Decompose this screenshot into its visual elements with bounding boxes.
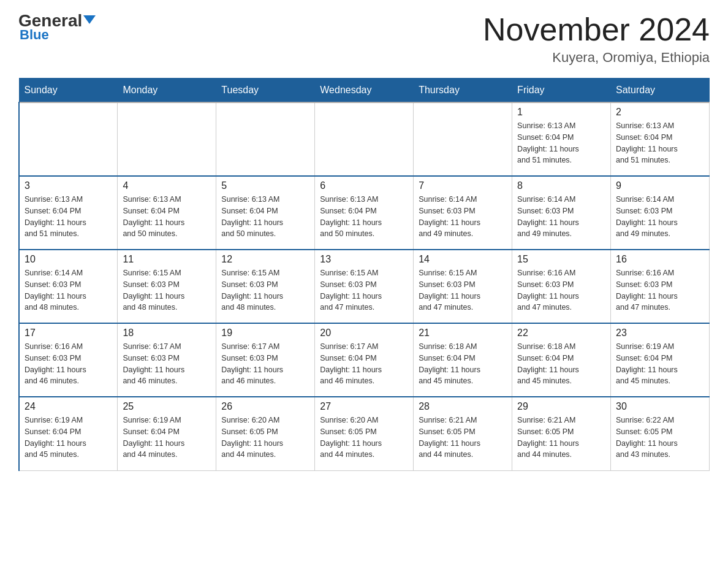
calendar-cell	[315, 102, 414, 176]
day-info: Sunrise: 6:17 AM Sunset: 6:03 PM Dayligh…	[123, 341, 211, 387]
logo-blue: Blue	[20, 27, 49, 43]
day-info: Sunrise: 6:14 AM Sunset: 6:03 PM Dayligh…	[517, 194, 605, 240]
calendar-week-row: 17Sunrise: 6:16 AM Sunset: 6:03 PM Dayli…	[19, 323, 710, 397]
calendar-cell: 10Sunrise: 6:14 AM Sunset: 6:03 PM Dayli…	[19, 250, 118, 323]
calendar-cell	[19, 102, 118, 176]
weekday-header-saturday: Saturday	[611, 79, 710, 103]
day-info: Sunrise: 6:16 AM Sunset: 6:03 PM Dayligh…	[616, 267, 704, 313]
calendar-week-row: 10Sunrise: 6:14 AM Sunset: 6:03 PM Dayli…	[19, 250, 710, 323]
weekday-header-thursday: Thursday	[414, 79, 512, 103]
calendar-cell	[216, 102, 315, 176]
logo-triangle-icon	[83, 15, 96, 24]
day-number: 28	[419, 401, 507, 412]
day-number: 18	[123, 327, 211, 339]
calendar-cell: 25Sunrise: 6:19 AM Sunset: 6:04 PM Dayli…	[118, 397, 216, 470]
location-title: Kuyera, Oromiya, Ethiopia	[483, 50, 710, 66]
calendar-cell: 28Sunrise: 6:21 AM Sunset: 6:05 PM Dayli…	[414, 397, 512, 470]
day-number: 16	[616, 254, 704, 265]
day-info: Sunrise: 6:17 AM Sunset: 6:03 PM Dayligh…	[221, 341, 309, 387]
calendar-cell: 17Sunrise: 6:16 AM Sunset: 6:03 PM Dayli…	[19, 323, 118, 397]
calendar-cell: 3Sunrise: 6:13 AM Sunset: 6:04 PM Daylig…	[19, 176, 118, 250]
calendar-header: SundayMondayTuesdayWednesdayThursdayFrid…	[19, 79, 710, 103]
calendar-cell: 1Sunrise: 6:13 AM Sunset: 6:04 PM Daylig…	[512, 102, 611, 176]
day-number: 14	[419, 254, 507, 265]
calendar-cell: 11Sunrise: 6:15 AM Sunset: 6:03 PM Dayli…	[118, 250, 216, 323]
day-info: Sunrise: 6:15 AM Sunset: 6:03 PM Dayligh…	[320, 267, 408, 313]
day-info: Sunrise: 6:14 AM Sunset: 6:03 PM Dayligh…	[25, 267, 112, 313]
day-number: 26	[221, 401, 309, 412]
day-number: 29	[517, 401, 605, 412]
title-block: November 2024 Kuyera, Oromiya, Ethiopia	[483, 12, 710, 66]
day-number: 2	[616, 107, 704, 118]
weekday-header-monday: Monday	[118, 79, 216, 103]
weekday-header-sunday: Sunday	[19, 79, 118, 103]
calendar-cell: 30Sunrise: 6:22 AM Sunset: 6:05 PM Dayli…	[611, 397, 710, 470]
calendar-week-row: 1Sunrise: 6:13 AM Sunset: 6:04 PM Daylig…	[19, 102, 710, 176]
calendar-table: SundayMondayTuesdayWednesdayThursdayFrid…	[18, 78, 710, 471]
day-info: Sunrise: 6:15 AM Sunset: 6:03 PM Dayligh…	[123, 267, 211, 313]
day-info: Sunrise: 6:16 AM Sunset: 6:03 PM Dayligh…	[25, 341, 112, 387]
day-info: Sunrise: 6:16 AM Sunset: 6:03 PM Dayligh…	[517, 267, 605, 313]
day-number: 24	[25, 401, 112, 412]
calendar-cell: 20Sunrise: 6:17 AM Sunset: 6:04 PM Dayli…	[315, 323, 414, 397]
day-number: 9	[616, 180, 704, 191]
calendar-cell: 15Sunrise: 6:16 AM Sunset: 6:03 PM Dayli…	[512, 250, 611, 323]
calendar-cell: 23Sunrise: 6:19 AM Sunset: 6:04 PM Dayli…	[611, 323, 710, 397]
day-number: 15	[517, 254, 605, 265]
calendar-cell: 12Sunrise: 6:15 AM Sunset: 6:03 PM Dayli…	[216, 250, 315, 323]
day-number: 13	[320, 254, 408, 265]
day-number: 20	[320, 327, 408, 339]
day-info: Sunrise: 6:13 AM Sunset: 6:04 PM Dayligh…	[616, 120, 704, 166]
day-info: Sunrise: 6:18 AM Sunset: 6:04 PM Dayligh…	[517, 341, 605, 387]
day-number: 7	[419, 180, 507, 191]
calendar-cell: 26Sunrise: 6:20 AM Sunset: 6:05 PM Dayli…	[216, 397, 315, 470]
day-number: 5	[221, 180, 309, 191]
day-info: Sunrise: 6:17 AM Sunset: 6:04 PM Dayligh…	[320, 341, 408, 387]
day-info: Sunrise: 6:19 AM Sunset: 6:04 PM Dayligh…	[123, 415, 211, 461]
day-number: 23	[616, 327, 704, 339]
day-info: Sunrise: 6:21 AM Sunset: 6:05 PM Dayligh…	[517, 415, 605, 461]
weekday-header-tuesday: Tuesday	[216, 79, 315, 103]
month-title: November 2024	[483, 12, 710, 47]
calendar-cell: 29Sunrise: 6:21 AM Sunset: 6:05 PM Dayli…	[512, 397, 611, 470]
day-info: Sunrise: 6:14 AM Sunset: 6:03 PM Dayligh…	[419, 194, 507, 240]
calendar-cell: 7Sunrise: 6:14 AM Sunset: 6:03 PM Daylig…	[414, 176, 512, 250]
day-number: 3	[25, 180, 112, 191]
calendar-cell	[118, 102, 216, 176]
day-info: Sunrise: 6:22 AM Sunset: 6:05 PM Dayligh…	[616, 415, 704, 461]
calendar-cell: 21Sunrise: 6:18 AM Sunset: 6:04 PM Dayli…	[414, 323, 512, 397]
calendar-body: 1Sunrise: 6:13 AM Sunset: 6:04 PM Daylig…	[19, 102, 710, 470]
day-number: 10	[25, 254, 112, 265]
calendar-cell: 24Sunrise: 6:19 AM Sunset: 6:04 PM Dayli…	[19, 397, 118, 470]
day-info: Sunrise: 6:13 AM Sunset: 6:04 PM Dayligh…	[517, 120, 605, 166]
weekday-header-wednesday: Wednesday	[315, 79, 414, 103]
day-info: Sunrise: 6:13 AM Sunset: 6:04 PM Dayligh…	[320, 194, 408, 240]
calendar-cell: 13Sunrise: 6:15 AM Sunset: 6:03 PM Dayli…	[315, 250, 414, 323]
logo: General Blue	[18, 12, 96, 43]
calendar-week-row: 24Sunrise: 6:19 AM Sunset: 6:04 PM Dayli…	[19, 397, 710, 470]
day-number: 17	[25, 327, 112, 339]
day-info: Sunrise: 6:20 AM Sunset: 6:05 PM Dayligh…	[320, 415, 408, 461]
calendar-cell: 9Sunrise: 6:14 AM Sunset: 6:03 PM Daylig…	[611, 176, 710, 250]
day-info: Sunrise: 6:21 AM Sunset: 6:05 PM Dayligh…	[419, 415, 507, 461]
day-info: Sunrise: 6:13 AM Sunset: 6:04 PM Dayligh…	[123, 194, 211, 240]
calendar-cell: 27Sunrise: 6:20 AM Sunset: 6:05 PM Dayli…	[315, 397, 414, 470]
calendar-cell: 4Sunrise: 6:13 AM Sunset: 6:04 PM Daylig…	[118, 176, 216, 250]
day-number: 4	[123, 180, 211, 191]
day-number: 27	[320, 401, 408, 412]
calendar-cell: 6Sunrise: 6:13 AM Sunset: 6:04 PM Daylig…	[315, 176, 414, 250]
day-number: 25	[123, 401, 211, 412]
day-info: Sunrise: 6:18 AM Sunset: 6:04 PM Dayligh…	[419, 341, 507, 387]
calendar-cell: 18Sunrise: 6:17 AM Sunset: 6:03 PM Dayli…	[118, 323, 216, 397]
calendar-cell: 2Sunrise: 6:13 AM Sunset: 6:04 PM Daylig…	[611, 102, 710, 176]
page-header: General Blue November 2024 Kuyera, Oromi…	[18, 12, 710, 66]
day-info: Sunrise: 6:19 AM Sunset: 6:04 PM Dayligh…	[25, 415, 112, 461]
calendar-cell: 22Sunrise: 6:18 AM Sunset: 6:04 PM Dayli…	[512, 323, 611, 397]
day-number: 19	[221, 327, 309, 339]
day-info: Sunrise: 6:13 AM Sunset: 6:04 PM Dayligh…	[25, 194, 112, 240]
day-number: 8	[517, 180, 605, 191]
weekday-header-friday: Friday	[512, 79, 611, 103]
calendar-cell	[414, 102, 512, 176]
calendar-cell: 8Sunrise: 6:14 AM Sunset: 6:03 PM Daylig…	[512, 176, 611, 250]
day-info: Sunrise: 6:19 AM Sunset: 6:04 PM Dayligh…	[616, 341, 704, 387]
